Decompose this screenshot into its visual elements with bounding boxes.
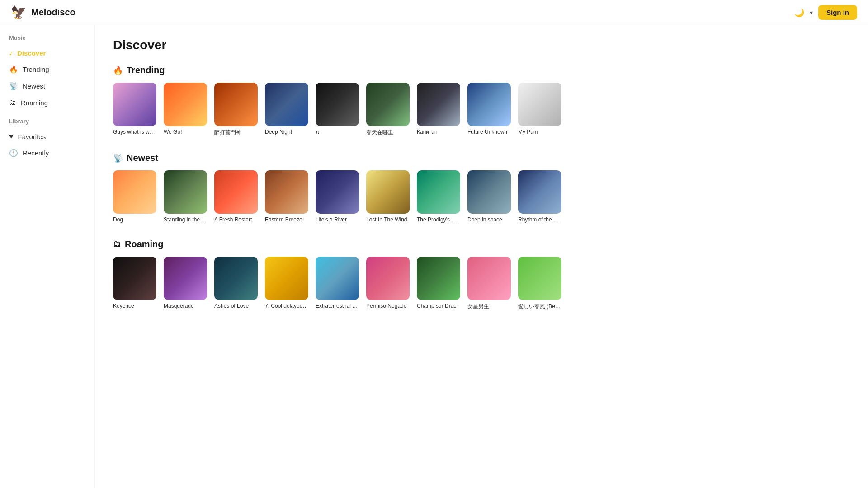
cards-row-newest: DogStanding in the pro...A Fresh Restart… [113, 170, 850, 223]
card-artwork [265, 83, 308, 126]
card-artwork [164, 170, 207, 214]
card-artwork [467, 83, 511, 126]
card-artwork [417, 83, 460, 126]
card-artwork [366, 170, 410, 214]
heart-icon: ♥ [9, 132, 14, 141]
sidebar-divider [0, 111, 94, 118]
card-label: Life's a River [316, 216, 359, 223]
trending-icon: 🔥 [113, 66, 123, 75]
rss-icon: 📡 [9, 82, 18, 90]
card-artwork [518, 257, 561, 300]
list-item[interactable]: Masquerade [164, 257, 207, 310]
list-item[interactable]: π [316, 83, 359, 136]
card-label: Standing in the pro... [164, 216, 207, 223]
list-item[interactable]: Champ sur Drac [417, 257, 460, 310]
sidebar-item-newest[interactable]: 📡 Newest [0, 78, 94, 94]
list-item[interactable]: 春天在哪里 [366, 83, 410, 136]
list-item[interactable]: Life's a River [316, 170, 359, 223]
card-artwork [467, 257, 511, 300]
card-artwork [164, 257, 207, 300]
sidebar-item-label: Favorites [18, 133, 46, 141]
list-item[interactable]: We Go! [164, 83, 207, 136]
library-section-label: Library [0, 118, 94, 128]
list-item[interactable]: Eastern Breeze [265, 170, 308, 223]
sidebar-item-discover[interactable]: ♪ Discover [0, 45, 94, 61]
section-label-newest: Newest [127, 153, 158, 163]
sign-in-button[interactable]: Sign in [818, 5, 857, 20]
sidebar-item-label: Trending [23, 66, 49, 73]
list-item[interactable]: Extraterrestrial Love [316, 257, 359, 310]
list-item[interactable]: Future Unknown [467, 83, 511, 136]
chevron-down-icon[interactable]: ▾ [810, 9, 813, 16]
sidebar-item-label: Newest [23, 82, 45, 90]
list-item[interactable]: Капитан [417, 83, 460, 136]
cards-row-roaming: KeyenceMasqueradeAshes of Love7. Cool de… [113, 257, 850, 310]
main-content: Discover 🔥TrendingGuys what is wron...We… [95, 25, 868, 488]
list-item[interactable]: Doep in space [467, 170, 511, 223]
sidebar-item-favorites[interactable]: ♥ Favorites [0, 128, 94, 145]
card-label: Permiso Negado [366, 303, 410, 309]
card-artwork [518, 83, 561, 126]
card-label: Doep in space [467, 216, 511, 223]
list-item[interactable]: Standing in the pro... [164, 170, 207, 223]
card-label: Rhythm of the Night [518, 216, 561, 223]
list-item[interactable]: 7. Cool delayed kick [265, 257, 308, 310]
card-label: Ashes of Love [214, 303, 258, 309]
card-label: 醉打蔫門神 [214, 129, 258, 136]
card-artwork [113, 83, 156, 126]
music-note-icon: ♪ [9, 49, 13, 57]
card-artwork [164, 83, 207, 126]
page-title: Discover [113, 38, 850, 52]
sidebar-item-recently[interactable]: 🕐 Recently [0, 145, 94, 161]
card-label: Future Unknown [467, 129, 511, 135]
section-label-trending: Trending [127, 65, 165, 75]
cards-row-trending: Guys what is wron...We Go!醉打蔫門神Deep Nigh… [113, 83, 850, 136]
list-item[interactable]: A Fresh Restart [214, 170, 258, 223]
section-label-roaming: Roaming [125, 239, 164, 249]
app-name: Melodisco [31, 7, 75, 18]
list-item[interactable]: 女星男生 [467, 257, 511, 310]
list-item[interactable]: Rhythm of the Night [518, 170, 561, 223]
sidebar-item-trending[interactable]: 🔥 Trending [0, 61, 94, 78]
list-item[interactable]: The Prodigy's Sym... [417, 170, 460, 223]
card-artwork [366, 83, 410, 126]
list-item[interactable]: 愛しい春風 (Belove... [518, 257, 561, 310]
card-label: The Prodigy's Sym... [417, 216, 460, 223]
card-label: Extraterrestrial Love [316, 303, 359, 309]
list-item[interactable]: 醉打蔫門神 [214, 83, 258, 136]
list-item[interactable]: Keyence [113, 257, 156, 310]
app-body: Music ♪ Discover 🔥 Trending 📡 Newest 🗂 R… [0, 25, 868, 488]
card-artwork [113, 170, 156, 214]
sidebar-item-roaming[interactable]: 🗂 Roaming [0, 94, 94, 111]
list-item[interactable]: Guys what is wron... [113, 83, 156, 136]
card-label: A Fresh Restart [214, 216, 258, 223]
header: 🦅 Melodisco 🌙 ▾ Sign in [0, 0, 868, 25]
card-label: My Pain [518, 129, 561, 135]
card-artwork [467, 170, 511, 214]
music-section-label: Music [0, 34, 94, 45]
list-item[interactable]: Dog [113, 170, 156, 223]
sections-container: 🔥TrendingGuys what is wron...We Go!醉打蔫門神… [113, 65, 850, 310]
card-artwork [265, 170, 308, 214]
card-artwork [518, 170, 561, 214]
section-newest: 📡NewestDogStanding in the pro...A Fresh … [113, 153, 850, 223]
list-item[interactable]: Deep Night [265, 83, 308, 136]
card-artwork [214, 257, 258, 300]
section-header-roaming: 🗂Roaming [113, 239, 850, 249]
list-item[interactable]: My Pain [518, 83, 561, 136]
newest-icon: 📡 [113, 153, 123, 163]
logo-area: 🦅 Melodisco [11, 5, 75, 20]
list-item[interactable]: Permiso Negado [366, 257, 410, 310]
grid-icon: 🗂 [9, 99, 16, 107]
section-header-newest: 📡Newest [113, 153, 850, 163]
card-label: We Go! [164, 129, 207, 135]
card-artwork [113, 257, 156, 300]
dark-mode-icon[interactable]: 🌙 [794, 8, 804, 18]
list-item[interactable]: Lost In The Wind [366, 170, 410, 223]
card-label: Eastern Breeze [265, 216, 308, 223]
logo-icon: 🦅 [11, 5, 27, 20]
sidebar-item-label: Recently [23, 149, 49, 157]
section-header-trending: 🔥Trending [113, 65, 850, 75]
list-item[interactable]: Ashes of Love [214, 257, 258, 310]
sidebar-item-label: Discover [17, 49, 46, 57]
